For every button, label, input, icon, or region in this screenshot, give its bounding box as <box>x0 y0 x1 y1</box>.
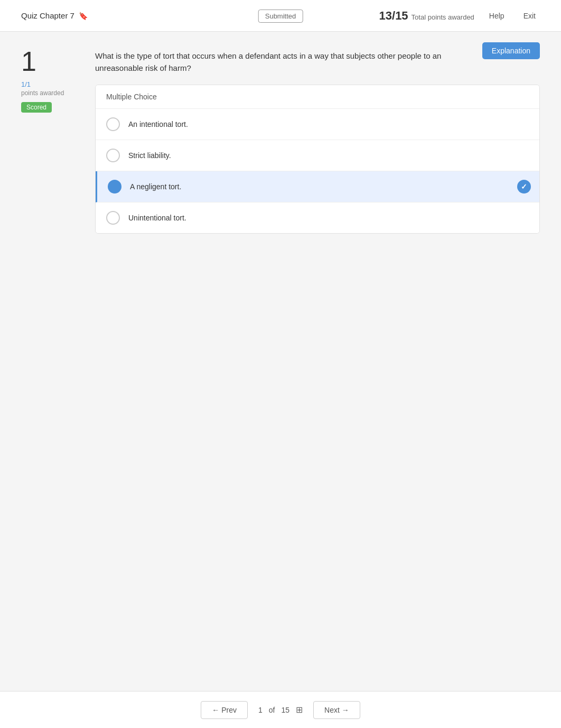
scored-badge: Scored <box>21 102 52 113</box>
points-label: points awarded <box>21 89 64 97</box>
points-awarded: 1/1 <box>21 80 31 88</box>
next-button[interactable]: Next → <box>313 701 360 719</box>
score-display: 13/15 Total points awarded <box>379 9 474 23</box>
submitted-badge: Submitted <box>258 10 303 23</box>
header-center: Submitted <box>258 11 303 21</box>
main-content: 1 1/1 points awarded Scored Explanation … <box>0 32 561 244</box>
quiz-title: Quiz Chapter 7 <box>21 11 74 20</box>
question-text: What is the type of tort that occurs whe… <box>95 50 540 74</box>
page-of: of <box>269 706 275 714</box>
page-info: 1 of 15 ⊞ <box>258 705 303 715</box>
exit-button[interactable]: Exit <box>519 10 540 22</box>
question-number: 1 <box>21 48 36 75</box>
page-total: 15 <box>281 706 289 714</box>
question-sidebar: 1 1/1 points awarded Scored <box>21 42 85 234</box>
choice-row-b[interactable]: Strict liability. <box>96 140 539 171</box>
bookmark-icon[interactable]: 🔖 <box>79 12 88 20</box>
grid-icon[interactable]: ⊞ <box>296 705 303 715</box>
correct-checkmark: ✓ <box>517 180 531 193</box>
choice-radio-d <box>106 211 120 225</box>
choice-radio-c <box>108 180 121 193</box>
header-right: 13/15 Total points awarded Help Exit <box>379 9 540 23</box>
choice-text-b: Strict liability. <box>128 151 171 160</box>
choice-row-d[interactable]: Unintentional tort. <box>96 202 539 233</box>
choice-radio-b <box>106 149 120 162</box>
choice-row-a[interactable]: An intentional tort. <box>96 109 539 140</box>
choice-radio-a <box>106 117 120 131</box>
prev-button[interactable]: ← Prev <box>201 701 248 719</box>
header: Quiz Chapter 7 🔖 Submitted 13/15 Total p… <box>0 0 561 32</box>
choice-text-a: An intentional tort. <box>128 120 188 128</box>
explanation-button[interactable]: Explanation <box>482 42 540 59</box>
help-button[interactable]: Help <box>485 10 509 22</box>
choice-row-c[interactable]: A negligent tort. ✓ <box>96 171 539 202</box>
question-main: Explanation What is the type of tort tha… <box>95 42 540 234</box>
page-current: 1 <box>258 706 263 714</box>
question-container: 1 1/1 points awarded Scored Explanation … <box>21 42 540 234</box>
score-label: Total points awarded <box>412 13 474 21</box>
choice-text-d: Unintentional tort. <box>128 214 186 222</box>
choices-container: Multiple Choice An intentional tort. Str… <box>95 85 540 234</box>
choices-header: Multiple Choice <box>96 85 539 109</box>
header-left: Quiz Chapter 7 🔖 <box>21 11 88 20</box>
footer: ← Prev 1 of 15 ⊞ Next → <box>0 691 561 728</box>
choice-text-c: A negligent tort. <box>130 182 181 191</box>
score-number: 13/15 <box>379 9 408 23</box>
